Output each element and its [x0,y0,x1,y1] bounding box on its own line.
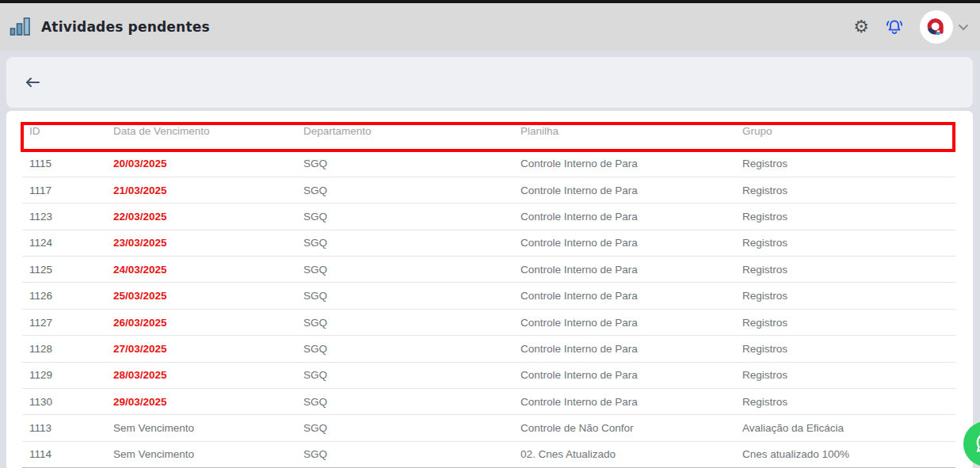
cell-group: Registros [742,389,955,415]
activities-table: ID Data de Vencimento Departamento Plani… [22,111,955,468]
col-header-group[interactable]: Grupo [742,111,955,150]
topbar-actions: ⚙ [853,10,969,44]
cell-id: 1129 [22,362,113,388]
cell-due-date: 21/03/2025 [113,177,303,203]
table-row[interactable]: 1128 27/03/2025 SGQ Controle Interno de … [22,336,955,362]
cell-group: Cnes atualizado 100% [742,441,955,467]
cell-id: 1123 [22,204,113,230]
cell-department: SGQ [303,389,521,415]
cell-group: Registros [742,150,955,177]
table-row[interactable]: 1115 20/03/2025 SGQ Controle Interno de … [22,150,955,177]
cell-department: SGQ [303,230,521,256]
cell-due-date: 29/03/2025 [113,389,303,415]
settings-gear-icon[interactable]: ⚙ [853,18,869,36]
table-body: 1115 20/03/2025 SGQ Controle Interno de … [22,150,955,468]
cell-due-date: Sem Vencimento [113,441,303,467]
table-row[interactable]: 1123 22/03/2025 SGQ Controle Interno de … [22,204,955,230]
table-row[interactable]: 1125 24/03/2025 SGQ Controle Interno de … [22,257,955,283]
cell-department: SGQ [303,150,521,177]
table-row[interactable]: 1124 23/03/2025 SGQ Controle Interno de … [22,230,955,256]
whatsapp-icon [974,430,980,458]
table-row[interactable]: 1126 25/03/2025 SGQ Controle Interno de … [22,283,955,309]
table-row[interactable]: 1130 29/03/2025 SGQ Controle Interno de … [22,389,955,415]
table-row[interactable]: 1113 Sem Vencimento SGQ Controle de Não … [22,415,955,441]
col-header-sheet[interactable]: Planilha [521,111,742,150]
cell-due-date: 22/03/2025 [113,204,303,230]
table-row[interactable]: 1114 Sem Vencimento SGQ 02. Cnes Atualiz… [22,441,955,467]
cell-id: 1117 [22,177,113,203]
cell-sheet: 02. Cnes Atualizado [521,441,742,467]
cell-group: Registros [742,204,955,230]
cell-group: Registros [742,336,955,362]
cell-department: SGQ [303,336,521,362]
table-card: ID Data de Vencimento Departamento Plani… [6,111,973,468]
user-avatar[interactable] [920,10,953,44]
cell-sheet: Controle Interno de Para [521,362,742,388]
cell-group: Registros [742,177,955,203]
cell-sheet: Controle Interno de Para [521,309,742,335]
notifications-bell-icon[interactable] [885,17,904,36]
cell-department: SGQ [303,415,521,441]
bar-chart-icon [10,17,31,37]
page: Atividades pendentes ⚙ [0,0,980,468]
cell-id: 1113 [22,415,113,441]
back-button[interactable] [25,77,40,88]
cell-id: 1130 [22,389,113,415]
cell-department: SGQ [303,257,521,283]
cell-due-date: 25/03/2025 [113,283,303,309]
cell-due-date: 26/03/2025 [113,309,303,335]
cell-group: Registros [742,309,955,335]
cell-due-date: 20/03/2025 [113,150,303,177]
table-header-row: ID Data de Vencimento Departamento Plani… [22,111,955,150]
chevron-down-icon[interactable] [958,20,969,34]
cell-sheet: Controle Interno de Para [521,336,742,362]
cell-due-date: Sem Vencimento [113,415,303,441]
cell-sheet: Controle Interno de Para [521,204,742,230]
cell-department: SGQ [303,441,521,467]
page-title: Atividades pendentes [41,19,210,35]
cell-due-date: 24/03/2025 [113,257,303,283]
cell-id: 1114 [22,441,113,467]
cell-sheet: Controle Interno de Para [521,150,742,177]
cell-department: SGQ [303,204,521,230]
cell-sheet: Controle Interno de Para [521,389,742,415]
cell-sheet: Controle de Não Confor [521,415,742,441]
back-panel [6,57,973,108]
cell-id: 1125 [22,257,113,283]
cell-sheet: Controle Interno de Para [521,230,742,256]
cell-department: SGQ [303,283,521,309]
topbar: Atividades pendentes ⚙ [0,3,980,51]
cell-sheet: Controle Interno de Para [521,257,742,283]
cell-sheet: Controle Interno de Para [521,283,742,309]
table-row[interactable]: 1127 26/03/2025 SGQ Controle Interno de … [22,309,955,335]
col-header-id[interactable]: ID [22,111,113,150]
cell-department: SGQ [303,309,521,335]
cell-group: Avaliação da Eficácia [742,415,955,441]
cell-sheet: Controle Interno de Para [521,177,742,203]
cell-group: Registros [742,283,955,309]
cell-due-date: 27/03/2025 [113,336,303,362]
cell-id: 1126 [22,283,113,309]
col-header-due-date[interactable]: Data de Vencimento [113,111,303,150]
cell-department: SGQ [303,177,521,203]
cell-id: 1127 [22,309,113,335]
cell-group: Registros [742,230,955,256]
table-row[interactable]: 1129 28/03/2025 SGQ Controle Interno de … [22,362,955,388]
cell-due-date: 28/03/2025 [113,362,303,388]
cell-group: Registros [742,362,955,388]
cell-group: Registros [742,257,955,283]
cell-id: 1128 [22,336,113,362]
col-header-department[interactable]: Departamento [303,111,521,150]
cell-id: 1115 [22,150,113,177]
cell-id: 1124 [22,230,113,256]
cell-department: SGQ [303,362,521,388]
table-row[interactable]: 1117 21/03/2025 SGQ Controle Interno de … [22,177,955,203]
cell-due-date: 23/03/2025 [113,230,303,256]
user-menu [920,10,969,44]
